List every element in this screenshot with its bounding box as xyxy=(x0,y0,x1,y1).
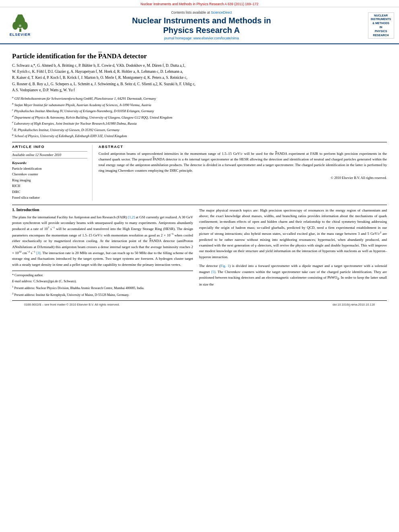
main-content: Particle identification for the PANDA de… xyxy=(0,44,399,312)
keyword-3: Ring imaging xyxy=(12,177,87,183)
keyword-1: Particle identification xyxy=(12,166,87,171)
journal-logo-right: NUCLEARINSTRUMENTS& METHODSINPHYSICSRESE… xyxy=(367,10,395,40)
affil-e: e Laboratory of High Energies, Joint Ins… xyxy=(12,120,387,126)
elsevier-label: ELSEVIER xyxy=(10,33,31,37)
affil-d: d Department of Physics & Astronomy, Kel… xyxy=(12,114,387,120)
info-abstract: ARTICLE INFO Available online 12 Novembe… xyxy=(12,145,387,201)
keyword-5: DIRC xyxy=(12,189,87,195)
section1-para2: The major physical research topics are: … xyxy=(199,207,387,260)
abstract-title: ABSTRACT xyxy=(99,145,387,149)
elsevier-logo: ELSEVIER xyxy=(4,10,36,40)
keyword-4: RICH xyxy=(12,183,87,189)
article-info-title: ARTICLE INFO xyxy=(12,145,87,149)
keywords-label: Keywords: xyxy=(12,161,87,165)
authors-line1: C. Schwarz a,*, G. Ahmed b, A. Britting … xyxy=(12,63,387,69)
section-divider xyxy=(12,142,387,142)
homepage-url[interactable]: www.elsevier.com/locate/nima xyxy=(193,36,239,40)
affil-b: b Stefan Meyer Institut für subatomare P… xyxy=(12,102,387,108)
journal-header: ELSEVIER Contents lists available at Sci… xyxy=(0,7,399,44)
svg-rect-0 xyxy=(19,29,21,32)
journal-logo-box: NUCLEARINSTRUMENTS& METHODSINPHYSICSRESE… xyxy=(368,12,394,39)
footnote-star: * Corresponding author. xyxy=(12,273,193,278)
footnote-1: 1 Present address: Nuclear Physics Divis… xyxy=(12,285,193,291)
section1-heading: 1. Introduction xyxy=(12,207,193,212)
body-divider xyxy=(12,205,387,205)
available-online: Available online 12 November 2010 xyxy=(12,151,87,158)
top-bar: Nuclear Instruments and Methods in Physi… xyxy=(0,0,399,7)
issn-text: 0168-9002/$ – see front matter © 2010 El… xyxy=(24,303,119,306)
footnotes: * Corresponding author. E-mail address: … xyxy=(12,271,193,298)
journal-center: Contents lists available at ScienceDirec… xyxy=(39,10,364,40)
section1-para1: The plans for the international Facility… xyxy=(12,214,193,268)
authors-line2: W. Eyrich c, K. Föhl f, D.I. Glazier g, … xyxy=(12,69,387,75)
abstract-section: ABSTRACT Cooled antiproton beams of unpr… xyxy=(99,145,387,201)
affiliations-block: a GSI Helmholtzzentrum für Schwerionenfo… xyxy=(12,95,387,139)
contents-line: Contents lists available at ScienceDirec… xyxy=(39,10,364,14)
keywords-list: Particle identification Cherenkov counte… xyxy=(12,166,87,201)
sciencedirect-link[interactable]: ScienceDirect xyxy=(211,10,232,14)
copyright-line: © 2010 Elsevier B.V. All rights reserved… xyxy=(99,176,387,180)
abstract-text: Cooled antiproton beams of unprecedented… xyxy=(99,151,387,174)
authors-line3: R. Kaiser d, T. Keri d, P. Koch f, B. Kr… xyxy=(12,75,387,81)
affil-g: g School of Physics, University of Edinb… xyxy=(12,133,387,139)
keyword-6: Fused silica radiator xyxy=(12,195,87,200)
svg-point-3 xyxy=(22,22,28,30)
keyword-2: Cherenkov counter xyxy=(12,171,87,177)
body-section: 1. Introduction The plans for the intern… xyxy=(12,207,387,298)
body-col-left: 1. Introduction The plans for the intern… xyxy=(12,207,193,298)
affil-c: c Physikalisches Institut Abteilung IV, … xyxy=(12,108,387,114)
svg-point-2 xyxy=(12,22,18,30)
doi-text: doi:10.1016/j.nima.2010.10.116 xyxy=(333,303,375,306)
elsevier-tree-icon xyxy=(9,14,31,33)
affil-a: a GSI Helmholtzzentrum für Schwerionenfo… xyxy=(12,95,387,101)
journal-citation: Nuclear Instruments and Methods in Physi… xyxy=(141,2,259,6)
article-info: ARTICLE INFO Available online 12 Novembe… xyxy=(12,145,93,201)
footnote-2: 2 Present address: Institut für Kernphys… xyxy=(12,292,193,298)
footnote-email: E-mail address: C.Schwarz@gsi.de (C. Sch… xyxy=(12,279,193,284)
authors-line5: A.S. Vodopianov e, D.P. Watts g, W. Yu f xyxy=(12,87,387,93)
journal-homepage: journal homepage: www.elsevier.com/locat… xyxy=(39,36,364,40)
svg-point-5 xyxy=(19,25,21,27)
affil-f: f II. Physikalisches Institut, Universit… xyxy=(12,127,387,133)
paper-title: Particle identification for the PANDA de… xyxy=(12,52,387,60)
authors-line4: G. Rosner d, B. Roy a,1, G. Schepers a, … xyxy=(12,81,387,87)
section1-para3: The detector (Fig. 1) is divided into a … xyxy=(199,263,387,287)
bottom-bar: 0168-9002/$ – see front matter © 2010 El… xyxy=(12,300,387,308)
journal-title: Nuclear Instruments and Methods in Physi… xyxy=(39,16,364,35)
authors-block: C. Schwarz a,*, G. Ahmed b, A. Britting … xyxy=(12,63,387,93)
body-col-right: The major physical research topics are: … xyxy=(199,207,387,298)
